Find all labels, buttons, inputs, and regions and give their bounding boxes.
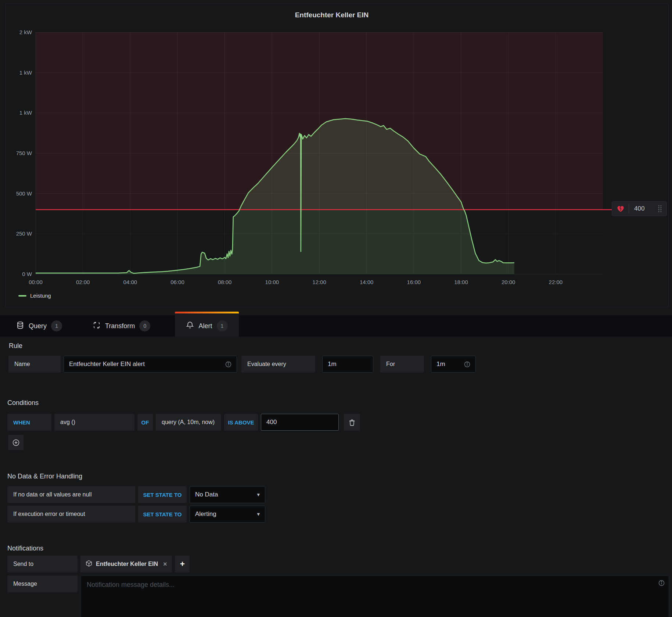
threshold-handle[interactable]: 400 bbox=[612, 201, 667, 216]
error-condition-label: If execution error or timeout bbox=[7, 506, 135, 523]
add-condition-button[interactable] bbox=[8, 435, 24, 450]
notification-message-input[interactable] bbox=[80, 575, 669, 617]
y-tick-label: 500 W bbox=[16, 190, 32, 197]
chart-legend[interactable]: Leistung bbox=[18, 293, 51, 299]
condition-operator-button[interactable]: IS ABOVE bbox=[224, 414, 258, 431]
info-icon[interactable] bbox=[225, 361, 231, 367]
trash-icon bbox=[349, 419, 355, 426]
condition-aggregation-button[interactable]: avg () bbox=[54, 414, 134, 431]
no-data-set-state-button[interactable]: SET STATE TO bbox=[138, 486, 187, 503]
no-data-condition-label: If no data or all values are null bbox=[7, 486, 135, 503]
condition-query-button[interactable]: query (A, 10m, now) bbox=[156, 414, 221, 431]
y-tick-label: 0 W bbox=[22, 271, 32, 277]
x-tick-label: 00:00 bbox=[29, 279, 43, 285]
threshold-value[interactable]: 400 bbox=[629, 205, 657, 212]
remove-channel-icon[interactable]: × bbox=[163, 560, 167, 568]
x-tick-label: 06:00 bbox=[170, 279, 184, 285]
x-tick-label: 10:00 bbox=[265, 279, 279, 285]
chevron-down-icon: ▾ bbox=[257, 491, 260, 498]
error-state-value: Alerting bbox=[195, 510, 216, 518]
tab-alert-count-badge: 1 bbox=[217, 320, 228, 331]
notifications-heading: Notifications bbox=[7, 545, 43, 552]
send-to-label: Send to bbox=[7, 556, 78, 573]
delete-condition-button[interactable] bbox=[344, 414, 360, 431]
cube-icon bbox=[86, 560, 92, 568]
x-tick-label: 02:00 bbox=[76, 279, 90, 285]
tab-alert[interactable]: Alert 1 bbox=[175, 313, 239, 337]
rule-name-label: Name bbox=[8, 356, 61, 373]
y-tick-label: 1 kW bbox=[19, 69, 32, 76]
info-icon[interactable] bbox=[658, 580, 665, 588]
legend-series-swatch bbox=[18, 295, 26, 297]
no-data-state-select[interactable]: No Data ▾ bbox=[190, 486, 265, 503]
for-value: 1m bbox=[436, 360, 445, 368]
for-label: For bbox=[380, 356, 424, 373]
bell-icon bbox=[186, 321, 194, 331]
x-tick-label: 18:00 bbox=[454, 279, 468, 285]
add-channel-button[interactable]: + bbox=[175, 556, 190, 573]
x-tick-label: 16:00 bbox=[407, 279, 421, 285]
transform-icon bbox=[93, 321, 101, 331]
x-tick-label: 14:00 bbox=[360, 279, 374, 285]
no-data-heading: No Data & Error Handling bbox=[7, 473, 82, 480]
conditions-heading: Conditions bbox=[7, 399, 39, 407]
x-tick-label: 08:00 bbox=[218, 279, 232, 285]
tab-transform-count-badge: 0 bbox=[139, 320, 150, 331]
x-tick-label: 22:00 bbox=[549, 279, 563, 285]
error-set-state-button[interactable]: SET STATE TO bbox=[138, 506, 187, 523]
y-tick-label: 250 W bbox=[16, 230, 32, 237]
condition-value-input[interactable] bbox=[261, 414, 339, 431]
database-icon bbox=[16, 321, 24, 331]
timeseries-chart[interactable]: 2 kW1 kW1 kW750 W500 W250 W0 W00:0002:00… bbox=[0, 0, 672, 311]
rule-heading: Rule bbox=[9, 342, 22, 350]
notification-channel-name: Entfeuchter Keller EIN bbox=[96, 561, 158, 567]
notification-channel-tag[interactable]: Entfeuchter Keller EIN × bbox=[80, 556, 172, 573]
legend-series-label[interactable]: Leistung bbox=[30, 293, 51, 299]
drag-handle-icon[interactable] bbox=[657, 205, 666, 213]
heart-break-icon bbox=[612, 204, 629, 214]
x-tick-label: 20:00 bbox=[502, 279, 515, 285]
x-tick-label: 04:00 bbox=[123, 279, 137, 285]
info-icon[interactable] bbox=[464, 361, 470, 367]
error-state-select[interactable]: Alerting ▾ bbox=[190, 506, 265, 523]
message-label: Message bbox=[7, 575, 78, 592]
circle-plus-icon bbox=[12, 439, 19, 446]
tab-alert-label: Alert bbox=[198, 322, 212, 330]
y-tick-label: 2 kW bbox=[19, 29, 32, 35]
tab-query-label: Query bbox=[29, 322, 47, 330]
tab-query[interactable]: Query 1 bbox=[16, 315, 62, 337]
tab-query-count-badge: 1 bbox=[51, 320, 62, 331]
for-input[interactable]: 1m bbox=[431, 356, 476, 373]
evaluate-every-label: Evaluate every bbox=[241, 356, 315, 373]
tab-transform[interactable]: Transform 0 bbox=[93, 315, 150, 337]
chevron-down-icon: ▾ bbox=[257, 511, 260, 517]
y-tick-label: 1 kW bbox=[19, 110, 32, 116]
condition-of-button[interactable]: OF bbox=[137, 414, 153, 431]
rule-name-value: Entfeuchter Keller EIN alert bbox=[69, 360, 145, 368]
y-tick-label: 750 W bbox=[16, 150, 32, 156]
condition-when-button[interactable]: WHEN bbox=[7, 414, 51, 431]
rule-name-input[interactable]: Entfeuchter Keller EIN alert bbox=[64, 356, 237, 373]
no-data-state-value: No Data bbox=[195, 491, 218, 498]
tab-transform-label: Transform bbox=[105, 322, 135, 330]
x-tick-label: 12:00 bbox=[312, 279, 326, 285]
evaluate-every-input[interactable] bbox=[322, 356, 373, 373]
